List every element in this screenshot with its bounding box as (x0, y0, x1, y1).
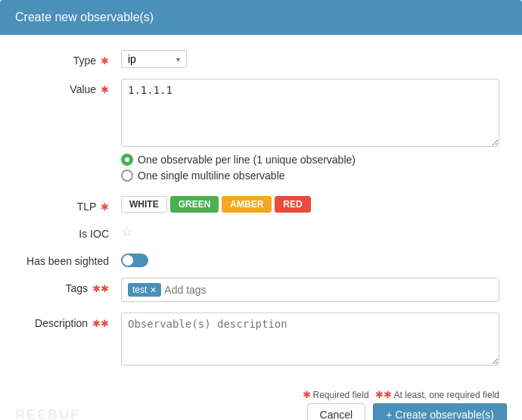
is-ioc-control: ☆ (121, 223, 499, 240)
description-required-star: ✱✱ (92, 318, 109, 329)
description-control (121, 313, 499, 368)
is-ioc-star-icon[interactable]: ☆ (121, 224, 133, 239)
type-select[interactable]: ip url domain hash email (128, 53, 173, 65)
radio-one-per-line-label: One observable per line (1 unique observ… (138, 154, 356, 166)
create-observable-modal: Create new observable(s) Type ✱ ip url d… (0, 0, 522, 420)
tlp-required-star: ✱ (101, 201, 109, 213)
legend-at-least-star: ✱✱ (375, 389, 392, 400)
has-been-sighted-row: Has been sighted (23, 250, 499, 267)
create-observable-button[interactable]: + Create observable(s) (373, 403, 507, 420)
legend-at-least-item: ✱✱ At least, one required field (374, 389, 499, 400)
legend-required-text: Required field (313, 390, 369, 400)
is-ioc-label: Is IOC (23, 223, 121, 240)
modal-body: Type ✱ ip url domain hash email ▾ (0, 35, 522, 386)
radio-multiline-icon (121, 170, 133, 182)
tags-required-star: ✱✱ (92, 283, 109, 294)
tlp-amber-button[interactable]: AMBER (222, 196, 272, 213)
tags-label: Tags ✱✱ (23, 278, 121, 294)
value-required-star: ✱ (101, 84, 109, 95)
radio-multiline-label: One single multiline observable (138, 170, 285, 182)
tlp-row: TLP ✱ WHITE GREEN AMBER RED (23, 196, 499, 213)
has-been-sighted-toggle-knob (123, 255, 133, 266)
is-ioc-row: Is IOC ☆ (23, 223, 499, 240)
type-label: Type ✱ (23, 50, 121, 67)
tlp-white-button[interactable]: WHITE (121, 196, 167, 213)
watermark-text: REEBUF (15, 407, 80, 421)
footer-actions: Cancel + Create observable(s) (307, 403, 507, 420)
has-been-sighted-control (121, 250, 499, 267)
description-textarea[interactable] (121, 313, 499, 366)
tag-test-close[interactable]: ✕ (150, 285, 157, 295)
has-been-sighted-label: Has been sighted (23, 250, 121, 267)
type-required-star: ✱ (101, 55, 109, 67)
radio-multiline[interactable]: One single multiline observable (121, 170, 499, 182)
cancel-button[interactable]: Cancel (307, 403, 366, 420)
tags-control: test ✕ (121, 278, 499, 302)
modal-header: Create new observable(s) (0, 0, 522, 35)
legend-required-star: ✱ (303, 389, 311, 400)
value-label: Value ✱ (23, 79, 121, 95)
tlp-label: TLP ✱ (23, 196, 121, 213)
modal-title: Create new observable(s) (15, 11, 154, 23)
tlp-red-button[interactable]: RED (275, 196, 310, 213)
tag-input[interactable] (164, 284, 492, 296)
tlp-buttons: WHITE GREEN AMBER RED (121, 196, 499, 213)
watermark: REEBUF (15, 407, 80, 421)
tlp-control: WHITE GREEN AMBER RED (121, 196, 499, 213)
tlp-green-button[interactable]: GREEN (170, 196, 219, 213)
type-dropdown-arrow: ▾ (176, 55, 180, 64)
legend-at-least-text: At least, one required field (394, 390, 499, 400)
value-control: 1.1.1.1 One observable per line (1 uniqu… (121, 79, 499, 185)
tags-wrapper[interactable]: test ✕ (121, 278, 499, 302)
legend-row: ✱ Required field ✱✱ At least, one requir… (0, 386, 522, 400)
description-row: Description ✱✱ (23, 313, 499, 368)
has-been-sighted-toggle-wrapper (121, 250, 499, 267)
tag-test: test ✕ (128, 283, 161, 297)
type-select-wrapper[interactable]: ip url domain hash email ▾ (121, 50, 187, 68)
tags-row: Tags ✱✱ test ✕ (23, 278, 499, 302)
radio-group: One observable per line (1 unique observ… (121, 154, 499, 182)
legend-required-item: ✱ Required field (301, 389, 369, 400)
modal-footer: REEBUF Cancel + Create observable(s) (0, 400, 522, 420)
radio-one-per-line[interactable]: One observable per line (1 unique observ… (121, 154, 499, 166)
value-textarea[interactable]: 1.1.1.1 (121, 79, 499, 147)
type-control: ip url domain hash email ▾ (121, 50, 499, 68)
footer-legend: ✱ Required field ✱✱ At least, one requir… (301, 389, 499, 400)
radio-one-per-line-inner (125, 157, 129, 162)
type-row: Type ✱ ip url domain hash email ▾ (23, 50, 499, 68)
has-been-sighted-toggle[interactable] (121, 254, 148, 267)
radio-one-per-line-icon (121, 154, 133, 166)
description-label: Description ✱✱ (23, 313, 121, 329)
value-row: Value ✱ 1.1.1.1 One observable per line … (23, 79, 499, 185)
tag-test-label: test (132, 285, 147, 295)
